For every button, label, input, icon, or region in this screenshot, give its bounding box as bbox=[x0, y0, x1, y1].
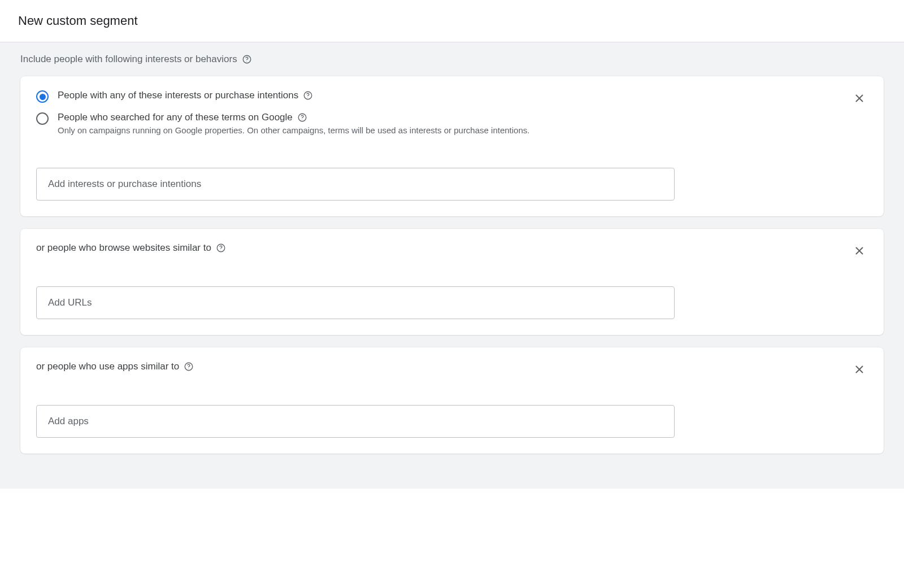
section-intro-text: Include people with following interests … bbox=[20, 54, 237, 65]
help-icon[interactable] bbox=[297, 112, 307, 123]
apps-input[interactable] bbox=[36, 405, 675, 438]
section-intro: Include people with following interests … bbox=[20, 54, 884, 65]
radio-label: People with any of these interests or pu… bbox=[58, 90, 298, 101]
svg-point-3 bbox=[307, 97, 308, 98]
close-icon[interactable] bbox=[851, 242, 868, 259]
svg-point-13 bbox=[188, 368, 189, 369]
close-icon[interactable] bbox=[851, 90, 868, 107]
card-apps-title: or people who use apps similar to bbox=[36, 361, 179, 372]
svg-point-5 bbox=[302, 119, 302, 120]
help-icon[interactable] bbox=[242, 54, 252, 64]
radio-group-segment-type: People with any of these interests or pu… bbox=[36, 90, 851, 144]
content-area: Include people with following interests … bbox=[0, 42, 904, 489]
page-title: New custom segment bbox=[18, 14, 886, 28]
card-websites: or people who browse websites similar to bbox=[20, 229, 884, 335]
card-apps: or people who use apps similar to bbox=[20, 347, 884, 454]
radio-indicator-selected bbox=[36, 90, 49, 103]
card-websites-title: or people who browse websites similar to bbox=[36, 242, 211, 254]
help-icon[interactable] bbox=[303, 90, 313, 101]
urls-input[interactable] bbox=[36, 286, 675, 319]
interests-input[interactable] bbox=[36, 168, 675, 201]
radio-dot bbox=[40, 94, 46, 100]
radio-label: People who searched for any of these ter… bbox=[58, 112, 293, 123]
radio-searched-terms[interactable]: People who searched for any of these ter… bbox=[36, 112, 851, 135]
radio-indicator-unselected bbox=[36, 112, 49, 125]
close-icon[interactable] bbox=[851, 361, 868, 378]
radio-helper-text: Only on campaigns running on Google prop… bbox=[58, 125, 851, 135]
radio-interests-intentions[interactable]: People with any of these interests or pu… bbox=[36, 90, 851, 103]
svg-point-1 bbox=[246, 61, 247, 62]
help-icon[interactable] bbox=[216, 243, 226, 253]
help-icon[interactable] bbox=[184, 361, 194, 372]
page-header: New custom segment bbox=[0, 0, 904, 42]
card-interests: People with any of these interests or pu… bbox=[20, 76, 884, 216]
svg-point-9 bbox=[220, 250, 221, 250]
